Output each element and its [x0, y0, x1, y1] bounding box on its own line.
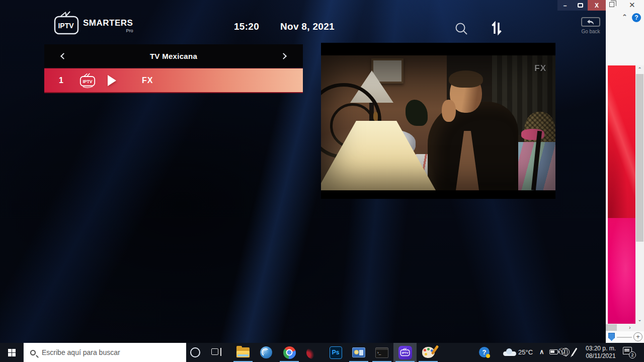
side-close-icon[interactable]: ✕	[629, 1, 635, 10]
zoom-slider-track[interactable]	[617, 337, 632, 338]
file-explorer-icon[interactable]	[231, 343, 255, 362]
go-back-label: Go back	[577, 29, 605, 34]
zoom-bar: +	[606, 331, 644, 343]
next-category-icon[interactable]	[280, 53, 287, 59]
horizontal-scrollbar[interactable]: ›	[606, 324, 644, 331]
start-button[interactable]	[0, 343, 23, 362]
help-icon[interactable]: ?	[632, 13, 641, 22]
tray-time: 03:20 p. m.	[583, 345, 619, 352]
notification-badge: 2	[629, 351, 636, 358]
back-arrow-icon	[586, 19, 595, 25]
firefox-icon[interactable]	[301, 343, 324, 362]
scroll-up-icon[interactable]: ⌃	[635, 65, 644, 74]
photo-pink-area	[608, 218, 637, 331]
search-magnifier-icon	[30, 350, 36, 355]
svg-text:IPTV: IPTV	[58, 22, 74, 30]
tv-logo-icon: IPTV	[52, 10, 81, 36]
system-app-icon[interactable]	[347, 343, 370, 362]
vertical-scroll-thumb[interactable]	[636, 74, 643, 242]
weather-temperature[interactable]: 25°C	[518, 348, 533, 356]
tray-clock[interactable]: 03:20 p. m. 08/11/2021	[583, 345, 619, 360]
minimize-button[interactable]: –	[557, 0, 573, 11]
pen-icon[interactable]	[571, 348, 577, 356]
go-back-button[interactable]: Go back	[577, 17, 605, 34]
clock-time: 15:20	[234, 21, 259, 32]
window-controls: – X	[557, 0, 606, 11]
svg-text:IPTV: IPTV	[83, 79, 92, 84]
play-icon[interactable]	[108, 75, 116, 86]
cortana-icon[interactable]	[190, 347, 200, 357]
category-title: TV Mexicana	[150, 52, 197, 60]
video-preview[interactable]: FX	[321, 43, 555, 199]
taskbar-search[interactable]	[23, 343, 186, 362]
channel-name: FX	[142, 76, 153, 85]
collapse-chevron-icon[interactable]: ⌃	[622, 13, 627, 21]
restore-window-icon[interactable]	[609, 2, 614, 7]
maximize-button[interactable]	[573, 0, 588, 11]
task-view-icon[interactable]	[211, 348, 221, 356]
photo-image	[608, 65, 637, 331]
windows-taskbar: Ps IPTV ? 25°C	[0, 343, 644, 362]
iptv-smarters-logo: IPTV SMARTERS Pro	[52, 10, 133, 36]
scroll-down-icon[interactable]: ⌄	[635, 316, 644, 324]
scroll-right-icon[interactable]: ›	[629, 324, 631, 331]
channel-row[interactable]: 1 IPTV FX	[44, 68, 303, 93]
channel-logo-icon: IPTV	[78, 73, 97, 89]
tray-date: 08/11/2021	[583, 352, 619, 360]
zoom-slider-handle[interactable]	[608, 333, 615, 341]
vertical-scrollbar[interactable]: ⌃ ⌄	[635, 65, 644, 324]
windows-logo-icon	[8, 349, 16, 356]
weather-cloud-icon[interactable]	[503, 348, 516, 356]
scene-vignette	[321, 55, 555, 190]
zoom-in-button[interactable]: +	[633, 332, 642, 341]
channel-number: 1	[59, 76, 63, 85]
brand-sub-text: Pro	[83, 28, 133, 33]
screen: – X Go back IPTV SMARTERS P	[0, 0, 644, 362]
photoshop-icon[interactable]: Ps	[324, 343, 347, 362]
close-button[interactable]: X	[588, 0, 606, 11]
svg-text:IPTV: IPTV	[402, 351, 409, 354]
network-globe-icon[interactable]	[561, 348, 570, 356]
battery-icon[interactable]	[549, 349, 558, 354]
video-frame: FX	[321, 55, 555, 190]
maximize-icon	[578, 3, 583, 8]
action-center-icon[interactable]: 2	[623, 347, 635, 357]
iptv-app-window: – X Go back IPTV SMARTERS P	[0, 0, 606, 343]
photo-red-area	[608, 65, 637, 218]
hidden-icons-chevron[interactable]: ∧	[539, 348, 544, 355]
category-header: TV Mexicana	[44, 44, 303, 67]
sort-icon[interactable]	[490, 21, 503, 36]
go-back-box	[581, 17, 600, 27]
brand-text: SMARTERS	[83, 18, 133, 28]
paint-palette-icon[interactable]	[417, 343, 440, 362]
get-help-tray-icon[interactable]: ?	[479, 347, 490, 357]
command-prompt-icon[interactable]	[370, 343, 393, 362]
clock-date: Nov 8, 2021	[280, 21, 335, 32]
search-input[interactable]	[42, 348, 173, 356]
search-icon[interactable]	[454, 22, 468, 36]
chrome-icon[interactable]	[278, 343, 301, 362]
prev-category-icon[interactable]	[60, 53, 67, 59]
photo-viewer-window: ✕ ⌃ ? ⌃ ⌄ › +	[606, 0, 644, 343]
winbox-icon[interactable]	[255, 343, 278, 362]
iptv-smarters-taskbar-icon[interactable]: IPTV	[393, 343, 417, 362]
horizontal-scroll-thumb[interactable]	[606, 324, 617, 331]
